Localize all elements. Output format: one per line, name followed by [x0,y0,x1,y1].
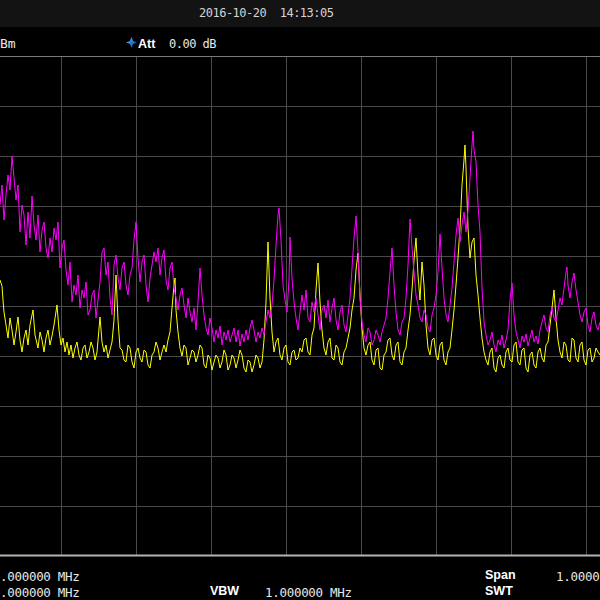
spectrum-analyzer-screen: 2016-10-20 14:13:05 Bm Att 0.00 dB .0000… [0,0,600,600]
spectrum-plot [0,0,600,600]
timestamp: 2016-10-20 14:13:05 [199,6,334,20]
att-label: Att [138,37,155,51]
att-value: 0.00 dB [169,37,216,51]
vbw-value: 1.000000 MHz [265,585,352,600]
center-freq-readout: .000000 MHz [0,569,79,584]
ref-level-unit: Bm [0,36,16,51]
span-value: 1.0000 [556,569,599,584]
swt-label: SWT [485,584,513,598]
span-label: Span [485,568,516,582]
rbw-readout: .000000 MHz [0,585,79,600]
status-bar: 2016-10-20 14:13:05 [0,0,600,27]
vbw-label: VBW [210,584,239,598]
settings-row: Bm Att 0.00 dB [0,28,600,55]
blue-diamond-icon [126,37,137,48]
